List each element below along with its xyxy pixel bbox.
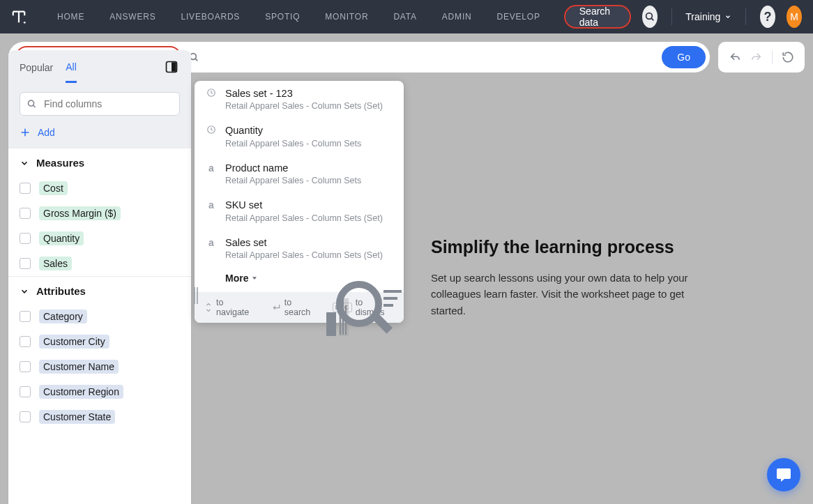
column-label: Customer Region [39,385,123,399]
decorative-chart-icon [321,279,404,344]
column-cost[interactable]: Cost [8,176,191,201]
nav-spotiq[interactable]: SPOTIQ [252,12,312,22]
suggestion-item[interactable]: a Product nameRetail Apparel Sales - Col… [195,155,404,192]
suggestion-title: Sales set [225,237,393,249]
column-quantity[interactable]: Quantity [8,226,191,251]
suggestion-subtitle: Retail Apparel Sales - Column Sets [225,176,393,185]
checkbox[interactable] [20,311,31,322]
column-customer-region[interactable]: Customer Region [8,379,191,404]
text-icon: a [206,237,217,248]
search-data-button[interactable]: Search data [564,5,631,29]
column-sales[interactable]: Sales [8,251,191,276]
checkbox[interactable] [20,258,31,269]
nav-liveboards[interactable]: LIVEBOARDS [168,12,252,22]
plus-icon [20,127,31,138]
suggestion-subtitle: Retail Apparel Sales - Column Sets (Set) [225,250,393,260]
svg-rect-17 [326,312,336,336]
chat-icon [775,466,792,483]
redo-button[interactable] [750,51,763,63]
checkbox[interactable] [20,208,31,219]
empty-state: Simplify the learning process Set up sea… [431,237,696,319]
svg-point-0 [24,22,26,24]
undo-button[interactable] [729,51,741,63]
nav-home[interactable]: HOME [45,12,97,22]
chevron-down-icon [724,13,731,20]
suggestion-subtitle: Retail Apparel Sales - Column Sets (Set) [225,101,393,111]
go-button[interactable]: Go [662,46,706,68]
add-button[interactable]: Add [8,124,191,148]
training-label: Training [685,11,720,22]
chevron-down-icon [20,158,29,168]
brand-logo[interactable] [11,8,26,26]
column-label: Customer State [39,410,115,424]
search-input[interactable] [199,52,662,63]
history-controls [718,42,805,72]
checkbox[interactable] [20,411,31,422]
panel-splitter[interactable] [193,286,199,308]
svg-rect-23 [371,312,393,334]
attributes-section-header[interactable]: Attributes [8,276,191,304]
add-label: Add [38,127,55,138]
tab-all[interactable]: All [66,61,77,83]
reset-button[interactable] [782,51,794,63]
navigate-hint: to navigate [216,298,259,317]
separator [772,50,773,64]
chevron-down-icon [20,287,29,296]
measures-section-header[interactable]: Measures [8,148,191,176]
suggestion-title: Product name [225,162,393,174]
checkbox[interactable] [20,233,31,244]
checkbox[interactable] [20,336,31,347]
column-label: Customer City [39,335,109,349]
top-nav: HOME ANSWERS LIVEBOARDS SPOTIQ MONITOR D… [0,0,813,33]
checkbox[interactable] [20,183,31,194]
measures-title: Measures [36,157,84,169]
suggestion-title: Quantity [225,125,393,137]
svg-rect-9 [172,62,176,71]
text-icon: a [206,162,217,174]
nav-monitor[interactable]: MONITOR [312,12,381,22]
suggestion-item[interactable]: Sales set - 123Retail Apparel Sales - Co… [195,81,404,118]
nav-develop[interactable]: DEVELOP [484,12,552,22]
suggestion-title: SKU set [225,199,393,211]
column-gross-margin[interactable]: Gross Margin ($) [8,201,191,226]
column-category[interactable]: Category [8,304,191,329]
nav-links: HOME ANSWERS LIVEBOARDS SPOTIQ MONITOR D… [45,12,553,22]
suggestion-item[interactable]: QuantityRetail Apparel Sales - Column Se… [195,118,404,155]
clock-icon [206,125,217,135]
panel-layout-toggle[interactable] [165,60,180,75]
text-icon: a [206,199,217,211]
clock-icon [206,88,217,98]
global-search-button[interactable] [642,6,658,28]
suggestion-item[interactable]: a SKU setRetail Apparel Sales - Column S… [195,192,404,229]
svg-point-1 [646,13,652,20]
column-label: Customer Name [39,360,119,374]
column-label: Gross Margin ($) [39,206,121,220]
chat-launcher[interactable] [767,458,800,491]
svg-line-11 [33,105,36,107]
checkbox[interactable] [20,386,31,397]
tab-popular[interactable]: Popular [20,62,53,82]
nav-data[interactable]: DATA [381,12,429,22]
user-avatar[interactable]: M [787,6,802,28]
training-menu[interactable]: Training [685,11,731,22]
column-label: Quantity [39,231,84,245]
column-label: Category [39,310,87,323]
column-customer-city[interactable]: Customer City [8,329,191,354]
suggestion-subtitle: Retail Apparel Sales - Column Sets (Set) [225,213,393,223]
help-button[interactable]: ? [760,6,775,28]
checkbox[interactable] [20,361,31,372]
svg-marker-16 [253,277,257,280]
search-icon [26,99,37,109]
column-label: Cost [39,181,68,195]
arrows-icon [204,303,213,312]
nav-admin[interactable]: ADMIN [430,12,485,22]
find-columns-input[interactable] [20,92,180,116]
column-customer-name[interactable]: Customer Name [8,354,191,379]
svg-point-10 [29,100,34,106]
column-customer-state[interactable]: Customer State [8,404,191,429]
divider [745,8,746,25]
suggestion-item[interactable]: a Sales setRetail Apparel Sales - Column… [195,230,404,267]
attributes-title: Attributes [36,285,86,297]
nav-answers[interactable]: ANSWERS [97,12,168,22]
svg-line-7 [195,59,197,61]
